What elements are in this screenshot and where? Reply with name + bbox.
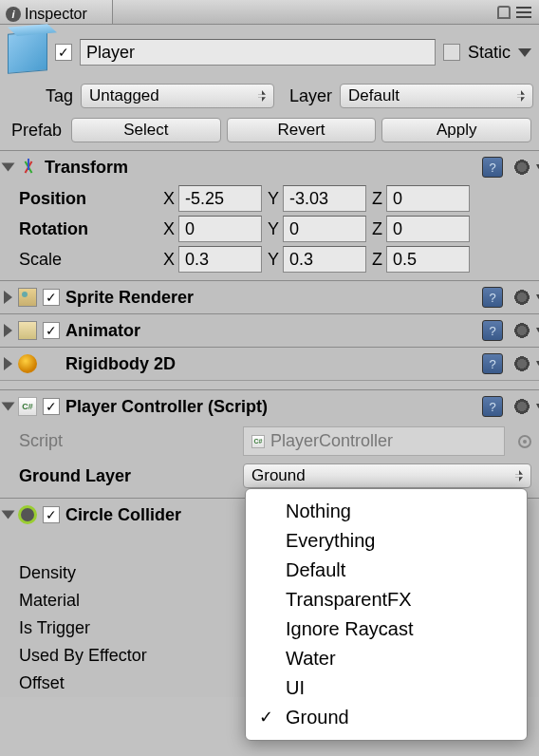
animator-icon	[18, 321, 37, 340]
offset-label: Offset	[19, 673, 235, 693]
rotation-label: Rotation	[19, 219, 158, 239]
prefab-label: Prefab	[11, 121, 62, 141]
rot-x-input[interactable]	[178, 216, 262, 242]
player-controller-title: Player Controller (Script)	[65, 397, 476, 417]
sprite-renderer-title: Sprite Renderer	[65, 288, 476, 308]
layer-popup-item[interactable]: Ground	[246, 703, 527, 732]
tab-bar: i Inspector	[0, 0, 539, 25]
animator-title: Animator	[65, 321, 476, 341]
help-icon[interactable]: ?	[482, 157, 503, 178]
player-controller-component: C# ✓ Player Controller (Script) ? Script…	[0, 389, 539, 498]
density-label: Density	[19, 563, 235, 583]
prefab-revert-button[interactable]: Revert	[227, 118, 377, 142]
help-icon[interactable]: ?	[482, 287, 503, 308]
lock-icon[interactable]	[497, 6, 511, 19]
help-icon[interactable]: ?	[482, 353, 503, 374]
sprite-renderer-foldout[interactable]	[4, 291, 12, 304]
ground-layer-dropdown[interactable]: Ground	[243, 463, 531, 488]
layer-popup-item[interactable]: TransparentFX	[246, 585, 527, 614]
script-label: Script	[19, 431, 235, 451]
scale-z-input[interactable]	[386, 246, 470, 273]
inspector-tab[interactable]: i Inspector	[0, 0, 113, 24]
pos-y-input[interactable]	[283, 185, 366, 212]
script-icon: C#	[18, 397, 37, 416]
layer-popup-item[interactable]: Default	[246, 556, 527, 585]
gear-icon[interactable]	[512, 354, 531, 373]
scale-y-input[interactable]	[283, 246, 366, 273]
rot-y-input[interactable]	[283, 216, 366, 242]
transform-icon	[18, 157, 39, 178]
tab-title: Inspector	[25, 6, 87, 23]
tag-dropdown[interactable]: Untagged	[81, 84, 274, 108]
sprite-renderer-icon	[18, 288, 37, 307]
layer-popup-item[interactable]: Everything	[246, 526, 527, 556]
script-field: C# PlayerController	[243, 426, 505, 456]
layer-dropdown[interactable]: Default	[340, 84, 533, 108]
sprite-renderer-enabled-checkbox[interactable]: ✓	[43, 289, 60, 306]
pos-z-input[interactable]	[386, 185, 470, 212]
prefab-apply-button[interactable]: Apply	[381, 118, 531, 142]
material-label: Material	[19, 591, 235, 611]
rigidbody-icon	[18, 354, 37, 373]
circle-collider-icon	[18, 505, 37, 524]
transform-component: Transform ? Position X Y Z Rotation X Y …	[0, 150, 539, 280]
object-name-input[interactable]	[80, 39, 436, 66]
gear-icon[interactable]	[512, 158, 531, 177]
script-icon: C#	[251, 435, 265, 448]
gameobject-icon[interactable]	[8, 30, 47, 74]
z-label: Z	[372, 189, 382, 209]
options-menu-icon[interactable]	[516, 7, 531, 18]
player-controller-enabled-checkbox[interactable]: ✓	[43, 398, 60, 415]
layer-popup-item[interactable]: UI	[246, 673, 527, 703]
used-by-effector-label: Used By Effector	[19, 646, 235, 666]
active-checkbox[interactable]: ✓	[55, 44, 72, 61]
circle-collider-foldout[interactable]	[2, 511, 15, 520]
object-header: ✓ Static	[0, 25, 539, 80]
layer-popup: NothingEverythingDefaultTransparentFXIgn…	[245, 488, 528, 741]
y-label: Y	[268, 189, 279, 209]
object-picker-icon[interactable]	[518, 435, 531, 448]
rot-z-input[interactable]	[386, 216, 470, 242]
info-icon: i	[6, 7, 21, 22]
layer-label: Layer	[289, 86, 332, 106]
rigidbody-component: Rigidbody 2D ?	[0, 347, 539, 380]
tag-label: Tag	[46, 86, 73, 106]
rigidbody-foldout[interactable]	[4, 357, 12, 370]
layer-popup-item[interactable]: Nothing	[246, 497, 527, 526]
animator-enabled-checkbox[interactable]: ✓	[43, 322, 60, 339]
prefab-row: Prefab Select Revert Apply	[0, 112, 539, 150]
transform-foldout[interactable]	[2, 163, 15, 172]
sprite-renderer-component: ✓ Sprite Renderer ?	[0, 280, 539, 313]
is-trigger-label: Is Trigger	[19, 618, 235, 638]
pos-x-input[interactable]	[178, 185, 262, 212]
ground-layer-label: Ground Layer	[19, 466, 235, 486]
x-label: X	[163, 189, 175, 209]
circle-collider-enabled-checkbox[interactable]: ✓	[43, 506, 60, 523]
position-label: Position	[19, 189, 158, 209]
prefab-select-button[interactable]: Select	[71, 118, 221, 142]
animator-component: ✓ Animator ?	[0, 313, 539, 347]
static-label: Static	[468, 43, 511, 63]
scale-x-input[interactable]	[178, 246, 262, 273]
static-dropdown-arrow[interactable]	[518, 48, 531, 57]
rigidbody-title: Rigidbody 2D	[65, 354, 476, 374]
gear-icon[interactable]	[512, 288, 531, 307]
transform-title: Transform	[45, 158, 476, 178]
layer-popup-item[interactable]: Ignore Raycast	[246, 614, 527, 644]
gear-icon[interactable]	[512, 321, 531, 340]
scale-label: Scale	[19, 250, 158, 270]
static-checkbox[interactable]	[443, 44, 460, 61]
gear-icon[interactable]	[512, 397, 531, 416]
layer-popup-item[interactable]: Water	[246, 644, 527, 673]
help-icon[interactable]: ?	[482, 396, 503, 417]
animator-foldout[interactable]	[4, 324, 12, 337]
player-controller-foldout[interactable]	[2, 403, 15, 411]
help-icon[interactable]: ?	[482, 320, 503, 341]
